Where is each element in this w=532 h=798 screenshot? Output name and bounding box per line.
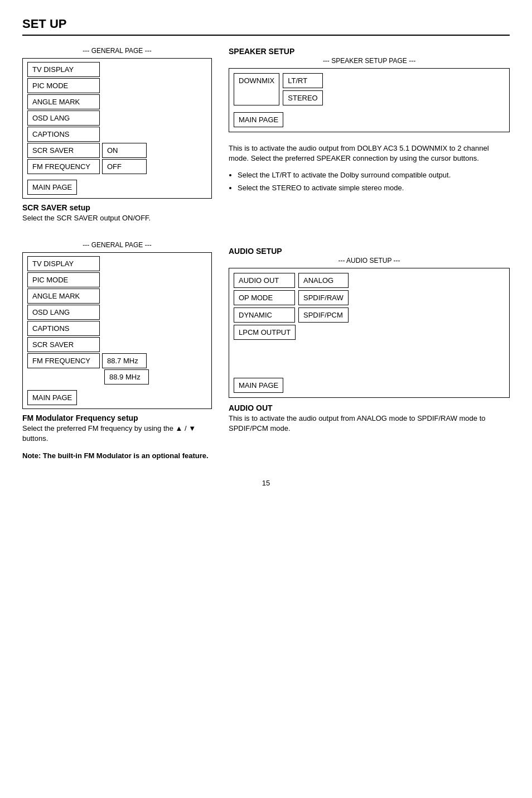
scr-saver-caption-desc: Select the SCR SAVER output ON/OFF.	[22, 213, 212, 223]
speaker-bullet-list: Select the LT/RT to activate the Dolby s…	[229, 170, 510, 193]
audio-item-audio-out: AUDIO OUT	[234, 273, 295, 288]
speaker-bullet-1: Select the LT/RT to activate the Dolby s…	[238, 170, 510, 180]
menu-item-fm-frequency: FM FREQUENCY	[27, 159, 100, 174]
menu-item-fm-value-1: 88.7 MHz	[102, 353, 147, 368]
menu-item-fm-frequency-value: OFF	[102, 159, 147, 174]
audio-row-lpcm: LPCM OUTPUT	[234, 325, 505, 340]
menu-row-osd-lang: OSD LANG	[27, 110, 207, 127]
menu-item-scr-saver-b: SCR SAVER	[27, 337, 100, 352]
fm-caption-title: FM Modulator Frequency setup	[22, 414, 212, 422]
speaker-description: This is to activate the audio output fro…	[229, 143, 510, 193]
speaker-bullet-2: Select the STEREO to activate simple ste…	[238, 183, 510, 193]
menu-item-osd-lang: OSD LANG	[27, 110, 100, 126]
main-page-button-top[interactable]: MAIN PAGE	[27, 180, 77, 195]
menu-item-fm-value-2: 88.9 MHz	[104, 369, 149, 384]
menu-row-tv-display-b: TV DISPLAY	[27, 256, 207, 272]
speaker-item-downmix: DOWNMIX	[234, 73, 279, 105]
audio-value-spdif-pcm: SPDIF/PCM	[298, 307, 349, 323]
audio-setup-title: AUDIO SETUP	[229, 247, 510, 256]
menu-row-fm-frequency: FM FREQUENCY OFF	[27, 159, 207, 175]
menu-row-pic-mode: PIC MODE	[27, 78, 207, 94]
general-page-header-top: --- GENERAL PAGE ---	[22, 47, 212, 55]
general-page-header-bottom: --- GENERAL PAGE ---	[22, 241, 212, 249]
menu-row-tv-display: TV DISPLAY	[27, 62, 207, 78]
audio-value-spdif-raw: SPDIF/RAW	[298, 290, 349, 305]
menu-item-captions-b: CAPTIONS	[27, 321, 100, 336]
audio-out-caption-desc: This is to activate the audio output fro…	[229, 414, 510, 434]
fm-caption-desc: Select the preferred FM frequency by usi…	[22, 424, 212, 444]
fm-modulator-caption: FM Modulator Frequency setup Select the …	[22, 414, 212, 461]
menu-row-angle-mark-b: ANGLE MARK	[27, 289, 207, 305]
audio-out-caption-title: AUDIO OUT	[229, 403, 510, 412]
scr-saver-caption-title: SCR SAVER setup	[22, 203, 212, 212]
audio-main-page-button[interactable]: MAIN PAGE	[234, 378, 283, 393]
speaker-desc-text: This is to activate the audio output fro…	[229, 143, 510, 164]
page-title: SET UP	[22, 17, 510, 36]
main-page-button-bottom[interactable]: MAIN PAGE	[27, 390, 77, 405]
scr-saver-caption: SCR SAVER setup Select the SCR SAVER out…	[22, 203, 212, 223]
menu-row-scr-saver-b: SCR SAVER	[27, 337, 207, 353]
menu-row-angle-mark: ANGLE MARK	[27, 94, 207, 110]
menu-item-captions: CAPTIONS	[27, 127, 100, 142]
audio-item-lpcm: LPCM OUTPUT	[234, 325, 296, 340]
speaker-box: DOWNMIX LT/RT STEREO MAIN PAGE	[229, 68, 510, 132]
menu-item-tv-display: TV DISPLAY	[27, 62, 100, 77]
menu-item-scr-saver: SCR SAVER	[27, 143, 100, 158]
menu-row-fm-second: 88.9 MHz	[102, 369, 207, 386]
menu-row-captions: CAPTIONS	[27, 127, 207, 143]
menu-item-angle-mark-b: ANGLE MARK	[27, 289, 100, 304]
speaker-main-page-button[interactable]: MAIN PAGE	[234, 112, 283, 127]
audio-out-caption: AUDIO OUT This is to activate the audio …	[229, 403, 510, 434]
audio-item-dynamic: DYNAMIC	[234, 307, 295, 323]
menu-row-fm-frequency-b: FM FREQUENCY 88.7 MHz	[27, 353, 207, 369]
menu-row-captions-b: CAPTIONS	[27, 321, 207, 337]
menu-row-osd-lang-b: OSD LANG	[27, 305, 207, 321]
menu-item-angle-mark: ANGLE MARK	[27, 94, 100, 109]
audio-row-dynamic: DYNAMIC SPDIF/PCM	[234, 307, 505, 323]
speaker-row-downmix: DOWNMIX LT/RT STEREO	[234, 73, 505, 105]
speaker-setup-page-header: --- SPEAKER SETUP PAGE ---	[229, 57, 510, 65]
audio-item-op-mode: OP MODE	[234, 290, 295, 305]
menu-row-scr-saver: SCR SAVER ON	[27, 143, 207, 159]
menu-item-pic-mode-b: PIC MODE	[27, 272, 100, 287]
general-page-box-top: TV DISPLAY PIC MODE ANGLE MARK OSD LANG …	[22, 58, 212, 199]
fm-caption-note: Note: The built-in FM Modulator is an op…	[22, 451, 212, 461]
audio-row-op-mode: OP MODE SPDIF/RAW	[234, 290, 505, 305]
audio-setup-page-header: --- AUDIO SETUP ---	[229, 257, 510, 265]
menu-row-pic-mode-b: PIC MODE	[27, 272, 207, 289]
menu-item-scr-saver-value: ON	[102, 143, 147, 158]
audio-value-analog: ANALOG	[298, 273, 349, 288]
speaker-values-downmix: LT/RT STEREO	[283, 73, 322, 105]
general-page-box-bottom: TV DISPLAY PIC MODE ANGLE MARK OSD LANG …	[22, 252, 212, 409]
speaker-setup-title: SPEAKER SETUP	[229, 47, 510, 56]
speaker-value-stereo: STEREO	[283, 90, 322, 105]
menu-item-pic-mode: PIC MODE	[27, 78, 100, 93]
audio-setup-section: AUDIO SETUP --- AUDIO SETUP --- AUDIO OU…	[229, 247, 510, 398]
speaker-setup-section: SPEAKER SETUP --- SPEAKER SETUP PAGE ---…	[229, 47, 510, 132]
page-number: 15	[22, 479, 510, 487]
menu-item-tv-display-b: TV DISPLAY	[27, 256, 100, 271]
audio-box: AUDIO OUT ANALOG OP MODE SPDIF/RAW DYNAM…	[229, 268, 510, 398]
menu-item-osd-lang-b: OSD LANG	[27, 305, 100, 320]
audio-row-audio-out: AUDIO OUT ANALOG	[234, 273, 505, 288]
menu-item-fm-frequency-b: FM FREQUENCY	[27, 353, 100, 368]
speaker-value-ltrt: LT/RT	[283, 73, 322, 88]
